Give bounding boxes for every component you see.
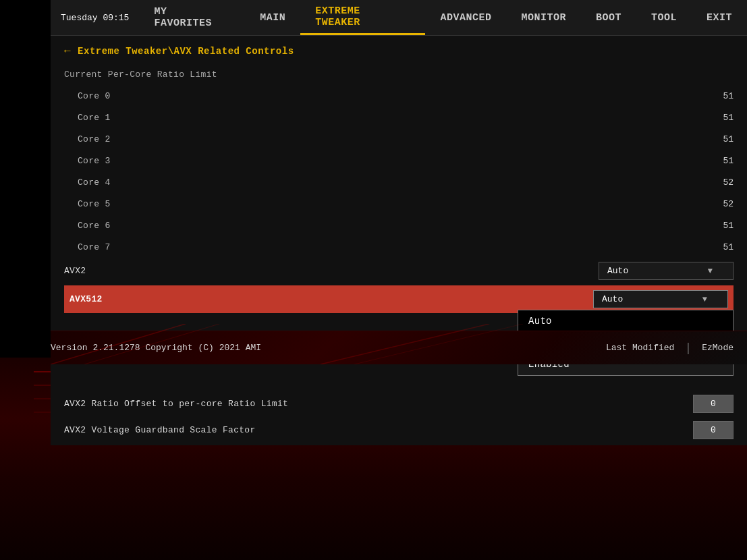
avx2-dropdown-arrow: ▼ — [708, 267, 713, 276]
breadcrumb[interactable]: ← Extreme Tweaker\AVX Related Controls — [51, 36, 747, 67]
avx2-voltage-input[interactable]: 0 — [693, 421, 734, 439]
top-bar: Tuesday 09:15 My Favorites Main Extreme … — [51, 0, 747, 36]
core-7-label: Core 7 — [64, 242, 111, 252]
back-arrow[interactable]: ← — [64, 45, 71, 57]
nav-tool[interactable]: Tool — [636, 0, 692, 35]
core-0-value: 51 — [680, 91, 734, 101]
core-1-row: Core 1 51 — [64, 107, 734, 128]
avx2-row: AVX2 Auto ▼ — [64, 258, 734, 284]
avx512-dropdown[interactable]: Auto ▼ — [593, 290, 728, 308]
nav-advanced[interactable]: Advanced — [425, 0, 506, 35]
avx512-label: AVX512 — [70, 294, 103, 304]
core-5-label: Core 5 — [64, 199, 111, 209]
nav-menu: My Favorites Main Extreme Tweaker Advanc… — [139, 0, 747, 35]
core-3-value: 51 — [680, 156, 734, 166]
core-7-row: Core 7 51 — [64, 236, 734, 258]
core-0-label: Core 0 — [64, 91, 111, 101]
core-1-label: Core 1 — [64, 113, 111, 123]
avx2-voltage-row: AVX2 Voltage Guardband Scale Factor 0 — [64, 417, 734, 443]
core-6-row: Core 6 51 — [64, 215, 734, 236]
settings-list: Current Per-Core Ratio Limit Core 0 51 C… — [51, 67, 747, 443]
core-2-row: Core 2 51 — [64, 128, 734, 150]
footer-divider: | — [684, 341, 692, 355]
footer-right: Last Modified | EzMode — [606, 341, 747, 355]
footer: Version 2.21.1278 Copyright (C) 2021 AMI… — [51, 331, 747, 364]
avx512-option-auto[interactable]: Auto — [518, 310, 733, 332]
breadcrumb-path: Extreme Tweaker\AVX Related Controls — [78, 46, 294, 57]
core-6-label: Core 6 — [64, 221, 111, 231]
core-0-row: Core 0 51 — [64, 85, 734, 107]
core-4-row: Core 4 52 — [64, 171, 734, 193]
avx2-value: Auto — [607, 266, 628, 276]
avx2-ratio-row: AVX2 Ratio Offset to per-core Ratio Limi… — [64, 391, 734, 417]
nav-boot[interactable]: Boot — [581, 0, 636, 35]
core-4-value: 52 — [680, 177, 734, 188]
group-label: Current Per-Core Ratio Limit — [64, 67, 734, 85]
avx512-dropdown-arrow: ▼ — [702, 295, 707, 304]
nav-my-favorites[interactable]: My Favorites — [139, 0, 245, 35]
core-3-row: Core 3 51 — [64, 150, 734, 171]
core-3-label: Core 3 — [64, 156, 111, 166]
core-5-value: 52 — [680, 199, 734, 209]
bios-screen: Tuesday 09:15 My Favorites Main Extreme … — [51, 0, 747, 445]
core-6-value: 51 — [680, 221, 734, 231]
avx512-container: AVX512 Auto ▼ Auto Disabled Enabled — [64, 285, 734, 313]
core-1-value: 51 — [680, 113, 734, 123]
footer-last-modified[interactable]: Last Modified — [606, 343, 674, 353]
avx2-label: AVX2 — [64, 266, 86, 276]
core-5-row: Core 5 52 — [64, 193, 734, 215]
avx512-value: Auto — [602, 294, 623, 304]
time-display: Tuesday 09:15 — [51, 13, 139, 23]
avx2-voltage-label: AVX2 Voltage Guardband Scale Factor — [64, 425, 256, 435]
content-area: ← Extreme Tweaker\AVX Related Controls C… — [51, 36, 747, 445]
core-7-value: 51 — [680, 242, 734, 252]
avx2-ratio-label: AVX2 Ratio Offset to per-core Ratio Limi… — [64, 399, 288, 409]
nav-extreme-tweaker[interactable]: Extreme Tweaker — [300, 0, 425, 35]
avx2-ratio-input[interactable]: 0 — [693, 395, 734, 413]
avx512-row[interactable]: AVX512 Auto ▼ — [64, 285, 734, 313]
nav-main[interactable]: Main — [245, 0, 300, 35]
avx2-dropdown[interactable]: Auto ▼ — [599, 262, 734, 280]
core-2-value: 51 — [680, 134, 734, 144]
core-4-label: Core 4 — [64, 177, 111, 188]
core-2-label: Core 2 — [64, 134, 111, 144]
nav-monitor[interactable]: Monitor — [506, 0, 581, 35]
footer-version: Version 2.21.1278 Copyright (C) 2021 AMI — [51, 343, 261, 353]
nav-exit[interactable]: Exit — [692, 0, 747, 35]
footer-ez-mode[interactable]: EzMode — [702, 343, 734, 353]
